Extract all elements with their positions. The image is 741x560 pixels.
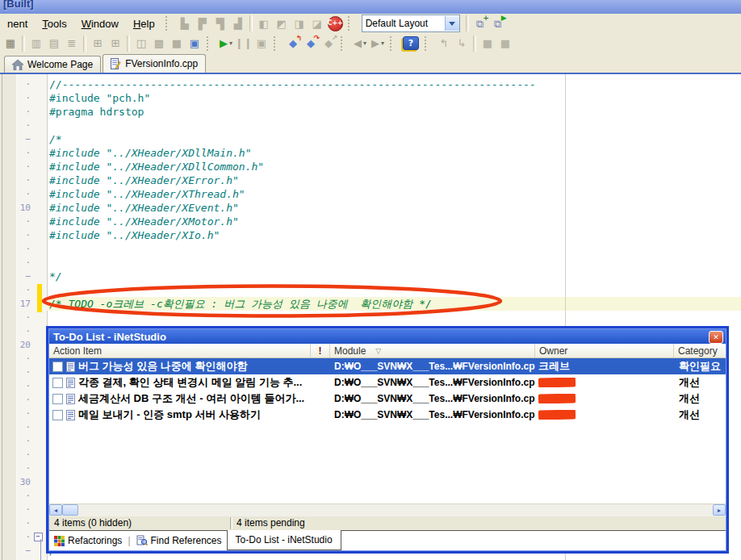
todo-owner-cell: 크레브: [535, 359, 674, 374]
dock-host-bottom-icon[interactable]: ▟: [229, 15, 247, 31]
separator: [127, 36, 130, 52]
dock-bottom-icon[interactable]: ◪: [308, 15, 326, 31]
back-button[interactable]: ◀ ▾: [351, 36, 369, 52]
tab-refactorings[interactable]: Refactorings: [54, 535, 122, 546]
toolbar-second-icons: ▦ ▥ ▤: [2, 36, 514, 52]
todo-row[interactable]: 버그 가능성 있음 나중에 확인해야함 D:₩O___SVN₩X___Tes..…: [49, 358, 726, 374]
run-until-return-button[interactable]: ◆ ↗: [320, 36, 337, 52]
dock-host-right-icon[interactable]: ▜: [211, 15, 229, 31]
todo-row[interactable]: 각종 결제, 확인 상태 변경시 메일 알림 기능 추... D:₩O___SV…: [49, 374, 726, 391]
tab-welcome-page[interactable]: Welcome Page: [4, 56, 101, 73]
step-over-button[interactable]: ◆ ↷: [302, 36, 320, 52]
select-all-icon[interactable]: ■: [168, 36, 186, 52]
window-icon-1[interactable]: ■: [479, 36, 496, 52]
todo-row[interactable]: 메일 보내기 - 인증 smtp 서버 사용하기 D:₩O___SVN₩X___…: [49, 407, 726, 423]
todo-action-text: 버그 가능성 있음 나중에 확인해야함: [78, 359, 247, 374]
tab-label: Welcome Page: [27, 59, 93, 70]
layout-combobox[interactable]: Default Layout: [362, 15, 460, 32]
column-header-action-item[interactable]: Action Item: [49, 344, 311, 357]
column-header-module[interactable]: Module ▽: [330, 344, 535, 357]
todo-list-empty-area[interactable]: [49, 423, 726, 504]
code-text: #include "../XHeader/XDllMain.h": [49, 147, 251, 159]
size-to-grid-icon[interactable]: ▣: [186, 36, 203, 52]
line-number: ·: [0, 312, 31, 323]
todo-checkbox[interactable]: [52, 394, 63, 404]
help-contents-button[interactable]: ?: [403, 36, 419, 50]
dock-right-icon[interactable]: ◨: [291, 15, 308, 31]
todo-column-headers: Action Item ! Module ▽ Owner Category: [49, 344, 726, 358]
run-button[interactable]: ▶ ▾: [217, 36, 235, 52]
tab-divider: |: [128, 535, 130, 546]
save-desktop-layout-button[interactable]: ⧉ +: [471, 15, 489, 31]
redaction-mark: [538, 378, 576, 387]
tab-find-references[interactable]: Find References: [136, 535, 222, 546]
code-line: ·: [0, 311, 741, 324]
column-header-owner[interactable]: Owner: [535, 344, 674, 357]
todo-panel-title-bar[interactable]: To-Do List - iNetStudio ✕: [49, 329, 726, 344]
todo-checkbox[interactable]: [52, 361, 63, 372]
line-number: ·: [0, 230, 31, 240]
trace-into-button[interactable]: ◆ ↰: [284, 36, 302, 52]
code-line: ·: [0, 256, 741, 270]
tab-fversioninfo-cpp[interactable]: FVersionInfo.cpp: [103, 54, 206, 73]
close-button[interactable]: ✕: [709, 331, 723, 344]
align-horizontal-icon[interactable]: ▥: [27, 36, 45, 52]
menu-item[interactable]: Help: [126, 16, 162, 31]
set-debug-layout-button[interactable]: ⧉ ▶: [489, 15, 507, 31]
bring-to-front-icon[interactable]: ◫: [132, 36, 150, 52]
combobox-dropdown-button[interactable]: [445, 16, 459, 31]
todo-row[interactable]: 세금계산서 DB 구조 개선 - 여러 아이템 들어가... D:₩O___SV…: [49, 391, 726, 407]
tab-todo-list-active[interactable]: To-Do List - iNetStudio: [227, 530, 341, 550]
code-line: − */: [0, 270, 741, 283]
menu-item[interactable]: Window: [74, 16, 126, 31]
todo-item-icon: [66, 378, 75, 388]
code-text: #include "../XHeader/XDllCommon.h": [49, 161, 264, 173]
todo-checkbox[interactable]: [52, 410, 63, 420]
snap-to-grid-icon[interactable]: ⊞: [89, 36, 107, 52]
line-number: ·: [0, 326, 31, 336]
title-bar[interactable]: [Built]: [0, 0, 741, 14]
terminate-button[interactable]: ▣: [253, 36, 270, 52]
toolbar-grip: [207, 36, 214, 51]
line-number: ·: [0, 148, 31, 158]
send-to-back-icon[interactable]: ▩: [150, 36, 168, 52]
todo-category-cell: 개선: [674, 375, 726, 390]
pause-button[interactable]: ❙❙: [235, 36, 253, 52]
todo-module-cell: D:₩O___SVN₩X___Tes...₩FVersionInfo.cpp: [330, 361, 535, 372]
align-vertical-icon[interactable]: ▤: [45, 36, 63, 52]
forward-button[interactable]: ▶ ▾: [369, 36, 387, 52]
line-number: ·: [0, 216, 31, 227]
todo-action-text: 각종 결제, 확인 상태 변경시 메일 알림 기능 추...: [78, 375, 302, 390]
show-grid-icon[interactable]: ⊞: [107, 36, 124, 52]
dock-left-icon[interactable]: ◧: [255, 15, 273, 31]
window-icon-2[interactable]: ■: [496, 36, 514, 52]
view-options-icon[interactable]: ▦: [2, 36, 19, 52]
scrollbar-thumb[interactable]: [62, 504, 78, 516]
column-header-priority[interactable]: !: [311, 344, 330, 357]
method-step-over-icon[interactable]: ↳: [453, 36, 471, 52]
code-line: · #include "../XHeader/XThread.h": [0, 187, 741, 201]
dock-host-left-icon[interactable]: ▙: [176, 15, 194, 31]
horizontal-scrollbar[interactable]: ◂ ▸: [49, 504, 726, 516]
space-equally-icon[interactable]: ≣: [63, 36, 81, 52]
line-number: ·: [0, 381, 31, 391]
method-step-icon[interactable]: ↰: [435, 36, 453, 52]
menu-item[interactable]: Tools: [35, 16, 73, 31]
menu-item[interactable]: nent: [0, 16, 35, 31]
line-number: ·: [0, 107, 31, 117]
column-header-category[interactable]: Category: [674, 344, 726, 357]
todo-checkbox[interactable]: [52, 378, 63, 388]
line-number: −: [0, 271, 31, 282]
tab-label: FVersionInfo.cpp: [125, 58, 198, 69]
separator: [466, 15, 469, 31]
dock-host-top-icon[interactable]: ▛: [194, 15, 211, 31]
dock-top-icon[interactable]: ◩: [273, 15, 291, 31]
code-line: 17 /* TODO -o크레브 -c확인필요 : 버그 가능성 있음 나중에 …: [0, 297, 741, 311]
todo-panel-title: To-Do List - iNetStudio: [49, 331, 166, 343]
line-number: ·: [0, 367, 31, 378]
scroll-right-button[interactable]: ▸: [713, 504, 726, 516]
scroll-left-button[interactable]: ◂: [49, 504, 62, 516]
todo-category-cell: 확인필요: [674, 359, 726, 374]
line-number: 17: [0, 299, 31, 309]
toolbar-top-group-b: ⧉ + ⧉ ▶: [463, 15, 507, 31]
